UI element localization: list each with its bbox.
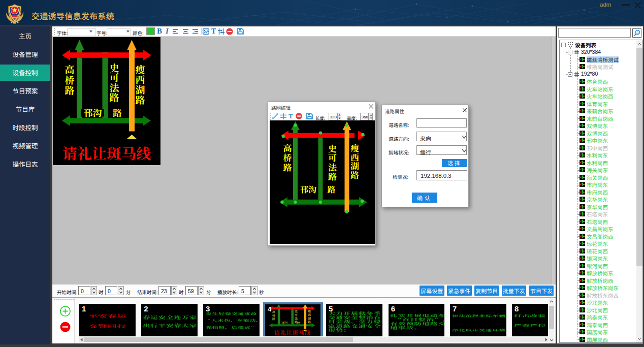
svg-text:路: 路 (272, 317, 275, 321)
svg-text:路: 路 (135, 92, 145, 106)
svg-text:路: 路 (109, 90, 119, 104)
svg-text:路: 路 (283, 161, 292, 173)
svg-text:路: 路 (328, 170, 337, 182)
svg-text:路: 路 (308, 320, 311, 324)
svg-text:路: 路 (327, 183, 335, 195)
svg-text:路: 路 (350, 168, 359, 181)
svg-text:4: 4 (268, 305, 272, 313)
svg-text:请礼让斑马线: 请礼让斑马线 (62, 142, 151, 163)
svg-text:邗沟: 邗沟 (84, 106, 102, 119)
svg-text:请礼让斑马线: 请礼让斑马线 (274, 328, 311, 336)
svg-text:邗沟: 邗沟 (300, 183, 316, 195)
svg-text:1874: 1874 (281, 320, 287, 325)
svg-text:39: 39 (297, 320, 300, 325)
svg-text:路: 路 (113, 106, 122, 119)
svg-text:路: 路 (65, 83, 74, 97)
